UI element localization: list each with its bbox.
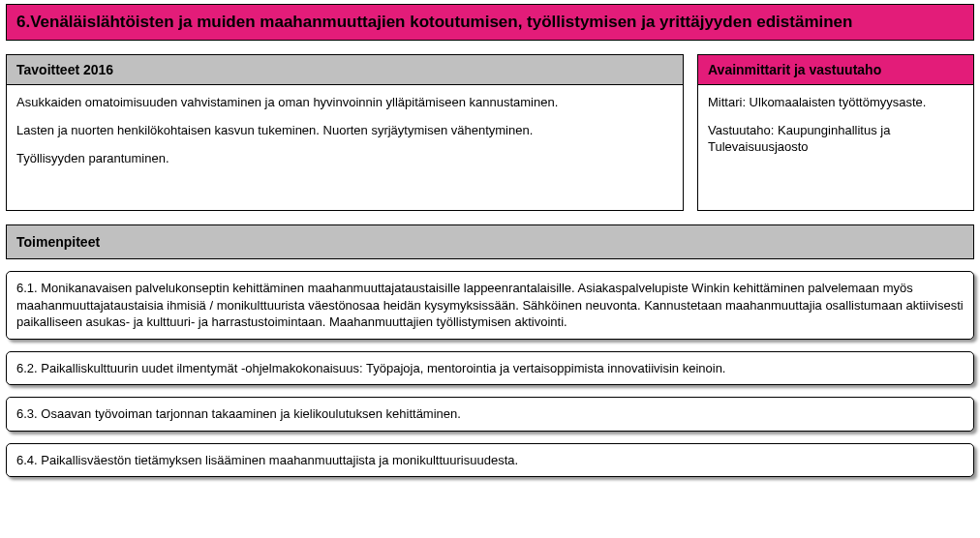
- metrics-column: Avainmittarit ja vastuutaho Mittari: Ulk…: [697, 54, 974, 211]
- action-item: 6.1. Monikanavaisen palvelukonseptin keh…: [6, 271, 974, 340]
- goal-item: Työllisyyden parantuminen.: [16, 151, 673, 167]
- action-item: 6.3. Osaavan työvoiman tarjonnan takaami…: [6, 397, 974, 432]
- goals-column: Tavoitteet 2016 Asukkaiden omatoimisuude…: [6, 54, 684, 211]
- actions-header: Toimenpiteet: [6, 224, 974, 259]
- main-title: 6.Venäläislähtöisten ja muiden maahanmuu…: [6, 4, 974, 41]
- metrics-header: Avainmittarit ja vastuutaho: [697, 54, 974, 85]
- action-item: 6.2. Paikalliskulttuurin uudet ilmentymä…: [6, 351, 974, 386]
- goals-content: Asukkaiden omatoimisuuden vahvistaminen …: [6, 85, 684, 211]
- metric-item: Vastuutaho: Kaupunginhallitus ja Tulevai…: [708, 123, 964, 156]
- action-item: 6.4. Paikallisväestön tietämyksen lisääm…: [6, 443, 974, 478]
- goal-item: Lasten ja nuorten henkilökohtaisen kasvu…: [16, 123, 673, 139]
- goal-item: Asukkaiden omatoimisuuden vahvistaminen …: [16, 95, 673, 111]
- top-row: Tavoitteet 2016 Asukkaiden omatoimisuude…: [6, 54, 974, 211]
- metrics-content: Mittari: Ulkomaalaisten työttömyysaste. …: [697, 85, 974, 211]
- metric-item: Mittari: Ulkomaalaisten työttömyysaste.: [708, 95, 964, 111]
- goals-header: Tavoitteet 2016: [6, 54, 684, 85]
